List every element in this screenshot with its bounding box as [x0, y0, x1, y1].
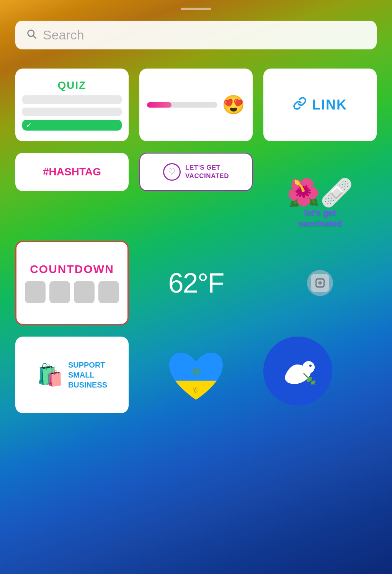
ukraine-heart-sticker[interactable]: 🌿 🌾 — [139, 337, 253, 413]
support-text: SUPPORTSMALLBUSINESS — [68, 360, 107, 390]
link-sticker[interactable]: LINK — [263, 69, 377, 141]
vacc-caption: let's get vaccinated — [298, 208, 342, 229]
ukraine-heart-svg: 🌿 🌾 — [162, 340, 230, 409]
link-label: LINK — [312, 97, 347, 113]
quiz-title: QUIZ — [58, 79, 87, 92]
search-icon — [26, 28, 37, 42]
slider-sticker[interactable]: 😍 — [139, 69, 253, 141]
main-content: Search QUIZ ✓ 😍 LIN — [0, 0, 392, 574]
hashtag-text: #HASHTAG — [43, 166, 101, 178]
countdown-boxes — [25, 281, 119, 303]
svg-line-1 — [33, 36, 36, 38]
weather-sticker[interactable]: 62°F — [139, 241, 253, 325]
quiz-option-1 — [22, 95, 122, 104]
svg-text:🌿: 🌿 — [192, 368, 201, 376]
svg-point-14 — [309, 365, 312, 367]
svg-text:🌾: 🌾 — [192, 386, 200, 394]
slider-emoji: 😍 — [222, 94, 245, 116]
add-sticker-button[interactable] — [307, 270, 333, 296]
support-sticker[interactable]: 🛍️ SUPPORTSMALLBUSINESS — [15, 337, 129, 413]
search-bar[interactable]: Search — [15, 21, 377, 49]
vaccinated-icon: ♡ — [163, 163, 181, 181]
search-placeholder: Search — [43, 28, 84, 43]
countdown-sticker[interactable]: COUNTDOWN — [15, 241, 129, 325]
drag-handle — [181, 8, 211, 10]
countdown-box-2 — [49, 281, 70, 303]
hashtag-sticker[interactable]: #HASHTAG — [15, 153, 129, 191]
countdown-box-3 — [74, 281, 95, 303]
sticker-grid: QUIZ ✓ 😍 LINK #HASHTAG — [15, 69, 377, 413]
vacc-emoji: 🌺🩹 — [287, 179, 353, 206]
support-bag-icon: 🛍️ — [37, 364, 64, 386]
slider-inner: 😍 — [147, 94, 245, 116]
countdown-box-1 — [25, 281, 46, 303]
peace-dove-svg — [263, 337, 332, 406]
countdown-box-4 — [98, 281, 119, 303]
add-button-wrap — [263, 241, 377, 325]
vaccinated-illustration: 🌺🩹 let's get vaccinated — [263, 153, 377, 229]
slider-track — [147, 102, 217, 108]
slider-fill — [147, 102, 172, 108]
add-icon — [311, 274, 329, 292]
vaccinated-text: LET'S GETVACCINATED — [185, 164, 229, 180]
vaccinated-sticker[interactable]: ♡ LET'S GETVACCINATED — [139, 153, 253, 191]
quiz-sticker[interactable]: QUIZ ✓ — [15, 69, 129, 141]
peace-dove-sticker[interactable] — [263, 337, 332, 406]
quiz-option-2 — [22, 108, 122, 116]
link-icon — [293, 96, 307, 114]
countdown-title: COUNTDOWN — [30, 263, 114, 276]
quiz-check: ✓ — [22, 120, 122, 131]
weather-text: 62°F — [168, 267, 224, 299]
